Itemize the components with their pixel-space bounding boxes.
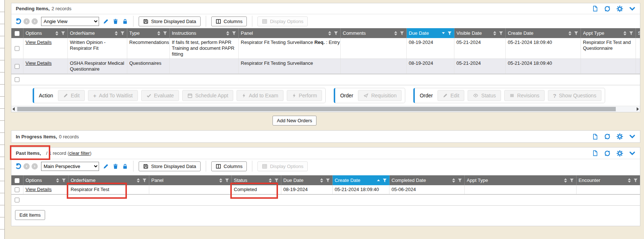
column-header-completed-date[interactable]: Completed Date <box>389 175 464 185</box>
filter-icon[interactable] <box>120 31 125 36</box>
view-perspective-select[interactable]: Angie View <box>41 17 99 26</box>
filter-icon[interactable] <box>62 178 66 183</box>
sort-icon[interactable] <box>320 178 323 183</box>
show-questions-button[interactable]: ?Show Questions <box>548 90 601 101</box>
filter-icon[interactable] <box>447 31 452 36</box>
column-header-order-name[interactable]: OrderName <box>67 28 127 38</box>
columns-button[interactable]: Columns <box>211 161 247 171</box>
scroll-right-arrow[interactable] <box>637 107 639 111</box>
column-header-options[interactable]: Options <box>23 175 68 185</box>
filter-icon[interactable] <box>163 31 167 36</box>
filter-icon[interactable] <box>274 178 279 183</box>
chevron-down-icon[interactable] <box>629 133 636 140</box>
filter-icon[interactable] <box>225 178 229 183</box>
column-header-panel[interactable]: Panel <box>149 175 231 185</box>
column-header-appt-type[interactable]: Appt Type <box>464 175 576 185</box>
footer-select-checkbox[interactable] <box>15 77 19 82</box>
document-icon[interactable] <box>592 5 598 12</box>
select-all-checkbox[interactable] <box>15 178 19 183</box>
column-header-options[interactable]: Options <box>23 28 67 38</box>
filter-icon[interactable] <box>574 31 578 36</box>
document-icon[interactable] <box>592 150 598 156</box>
order-revisions-button[interactable]: Revisions <box>504 90 545 101</box>
filter-icon[interactable] <box>383 178 387 183</box>
select-all-checkbox[interactable] <box>15 31 19 36</box>
add-new-orders-button[interactable]: Add New Orders <box>272 116 316 126</box>
filter-icon[interactable] <box>326 178 330 183</box>
order-status-button[interactable]: Status <box>468 90 501 101</box>
column-header-create-date[interactable]: Create Date <box>332 175 389 185</box>
sort-icon[interactable] <box>219 178 222 183</box>
sort-icon[interactable] <box>269 178 272 183</box>
clear-filter-link[interactable]: clear filter <box>69 150 90 156</box>
order-edit-button[interactable]: Edit <box>438 90 464 101</box>
chevron-down-icon[interactable] <box>629 5 636 12</box>
column-header-status-clipped[interactable]: Status <box>636 28 640 38</box>
sort-desc-icon[interactable] <box>442 32 445 34</box>
columns-button[interactable]: Columns <box>211 16 247 26</box>
sort-icon[interactable] <box>115 31 118 36</box>
horizontal-scrollbar[interactable] <box>11 106 640 112</box>
prev-icon[interactable]: ‹ <box>23 163 30 169</box>
add-to-waitlist-button[interactable]: +Add To Waitlist <box>88 90 138 101</box>
document-icon[interactable] <box>592 134 598 140</box>
perform-button[interactable]: Perform <box>287 90 322 101</box>
chevron-down-icon[interactable] <box>629 150 636 157</box>
filter-icon[interactable] <box>61 31 65 36</box>
pencil-icon[interactable] <box>103 18 109 25</box>
gear-icon[interactable] <box>616 133 623 140</box>
schedule-appt-button[interactable]: Schedule Appt <box>182 90 233 101</box>
gear-icon[interactable] <box>616 5 623 12</box>
filter-icon[interactable] <box>629 31 633 36</box>
column-header-comments[interactable]: Comments <box>340 28 406 38</box>
filter-icon[interactable] <box>142 178 147 183</box>
sort-icon[interactable] <box>493 31 496 36</box>
lock-icon[interactable] <box>122 163 128 169</box>
sort-icon[interactable] <box>328 31 331 36</box>
sort-icon[interactable] <box>157 31 160 36</box>
column-header-order-name[interactable]: OrderName <box>68 175 149 185</box>
row-checkbox[interactable] <box>15 46 19 51</box>
sort-icon[interactable] <box>623 31 626 36</box>
filter-icon[interactable] <box>232 31 236 36</box>
sort-icon[interactable] <box>137 178 140 183</box>
view-perspective-select[interactable]: Main Perspective <box>41 162 99 171</box>
refresh-icon[interactable] <box>604 133 611 140</box>
pencil-icon[interactable] <box>103 163 109 169</box>
sort-icon[interactable] <box>452 178 455 183</box>
refresh-icon[interactable] <box>604 150 611 157</box>
sort-icon[interactable] <box>394 31 397 36</box>
scroll-left-arrow[interactable] <box>12 107 15 111</box>
display-options-button[interactable]: Display Options <box>257 16 308 26</box>
sort-icon[interactable] <box>568 31 571 36</box>
filter-icon[interactable] <box>400 31 404 36</box>
scrollbar-thumb[interactable] <box>17 107 616 111</box>
store-displayed-data-button[interactable]: Store Displayed Data <box>139 16 201 26</box>
undo-icon[interactable] <box>14 163 22 170</box>
sort-asc-icon[interactable] <box>377 179 380 181</box>
refresh-icon[interactable] <box>604 5 611 12</box>
store-displayed-data-button[interactable]: Store Displayed Data <box>139 161 201 171</box>
sort-icon[interactable] <box>226 31 229 36</box>
filter-icon[interactable] <box>570 178 574 183</box>
requisition-button[interactable]: Requisition <box>358 90 402 101</box>
column-header-appt-type[interactable]: Appt Type <box>581 28 636 38</box>
sort-icon[interactable] <box>628 178 631 183</box>
next-icon[interactable]: › <box>32 163 38 169</box>
trash-icon[interactable] <box>113 18 118 25</box>
sort-icon[interactable] <box>564 178 567 183</box>
filter-icon[interactable] <box>633 178 638 183</box>
view-details-link[interactable]: View Details <box>26 60 52 66</box>
column-header-status[interactable]: Status <box>231 175 281 185</box>
column-header-due-date[interactable]: Due Date <box>281 175 332 185</box>
footer-select-checkbox[interactable] <box>15 198 19 202</box>
add-to-exam-button[interactable]: Add to Exam <box>237 90 283 101</box>
column-header-create-date[interactable]: Create Date <box>505 28 581 38</box>
row-checkbox[interactable] <box>15 64 19 69</box>
edit-items-button[interactable]: Edit Items <box>15 210 45 220</box>
sort-icon[interactable] <box>55 31 58 36</box>
column-header-panel[interactable]: Panel <box>238 28 340 38</box>
evaluate-button[interactable]: Evaluate <box>141 90 179 101</box>
gear-icon[interactable] <box>616 150 623 157</box>
view-details-link[interactable]: View Details <box>26 40 52 45</box>
